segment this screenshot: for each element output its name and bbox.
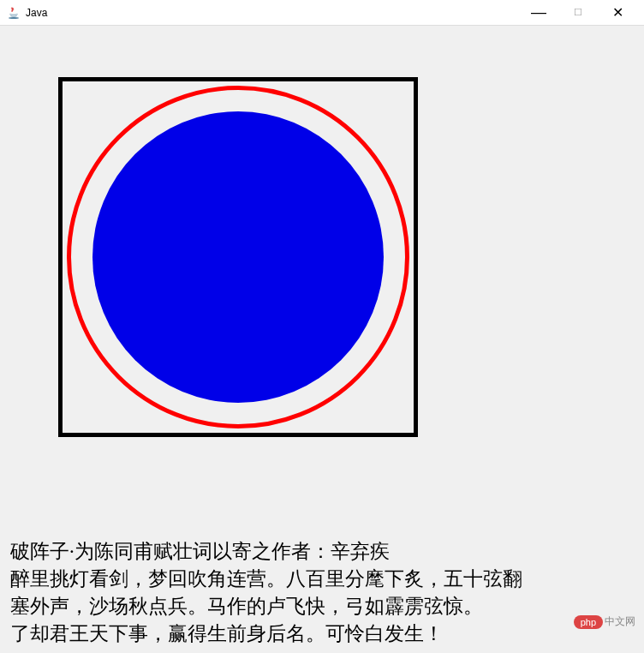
window-title: Java bbox=[26, 7, 519, 19]
content-area: 破阵子·为陈同甫赋壮词以寄之作者：辛弃疾 醉里挑灯看剑，梦回吹角连营。八百里分麾… bbox=[0, 26, 644, 653]
blue-circle bbox=[92, 111, 384, 403]
window-controls: — ☐ ✕ bbox=[519, 0, 637, 26]
minimize-button[interactable]: — bbox=[519, 0, 558, 26]
svg-point-0 bbox=[9, 17, 19, 19]
java-icon bbox=[7, 6, 21, 20]
canvas: 破阵子·为陈同甫赋壮词以寄之作者：辛弃疾 醉里挑灯看剑，梦回吹角连营。八百里分麾… bbox=[0, 26, 644, 653]
poem-line-1: 破阵子·为陈同甫赋壮词以寄之作者：辛弃疾 bbox=[10, 538, 634, 566]
poem-line-3: 塞外声，沙场秋点兵。马作的卢飞快，弓如霹雳弦惊。 bbox=[10, 593, 634, 620]
watermark-text: 中文网 bbox=[605, 614, 635, 629]
titlebar: Java — ☐ ✕ bbox=[0, 0, 644, 26]
poem-line-4: 了却君王天下事，赢得生前身后名。可怜白发生！ bbox=[10, 620, 634, 648]
watermark-badge: php bbox=[574, 615, 603, 629]
poem-line-2: 醉里挑灯看剑，梦回吹角连营。八百里分麾下炙，五十弦翻 bbox=[10, 566, 634, 593]
close-button[interactable]: ✕ bbox=[598, 0, 637, 26]
maximize-button[interactable]: ☐ bbox=[558, 0, 598, 26]
watermark: php 中文网 bbox=[574, 614, 635, 629]
